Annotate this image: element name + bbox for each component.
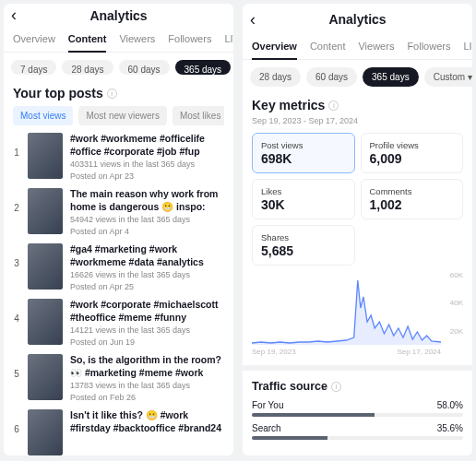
tab-viewers[interactable]: Viewers [119,28,155,52]
metrics-grid: Post views698K Profile views6,009 Likes3… [252,133,463,266]
chart-canvas [252,271,441,345]
metric-label: Post views [261,140,346,150]
tab-followers[interactable]: Followers [168,28,211,52]
thumbnail [28,354,63,400]
chip-28d[interactable]: 28 days [62,60,113,75]
metric-label: Likes [261,186,346,196]
filter-most-new-viewers[interactable]: Most new viewers [78,106,166,125]
post-title: The main reason why work from home is da… [70,188,224,213]
tab-content[interactable]: Content [68,28,107,52]
tab-live[interactable]: LIVE [224,28,233,52]
list-item[interactable]: 2The main reason why work from home is d… [13,188,224,236]
metric-comments[interactable]: Comments1,002 [361,179,464,219]
chip-60d[interactable]: 60 days [306,67,357,87]
metric-post-views[interactable]: Post views698K [252,133,355,173]
post-stat: 14121 views in the last 365 days [70,325,224,335]
bar [252,436,463,440]
ytick: 60K [450,271,463,279]
rank: 2 [13,188,20,213]
tab-content[interactable]: Content [310,35,346,59]
post-title: So, is the algorithm in the room? 👀 #mar… [70,354,224,379]
list-item[interactable]: 1#work #workmeme #officelife #office #co… [13,133,224,181]
header: ‹ Analytics [243,4,472,35]
tabs: Overview Content Viewers Followers LIVE [4,28,233,53]
list-item[interactable]: 3#ga4 #marketing #work #workmeme #data #… [13,243,224,291]
sparkline-icon [252,271,441,345]
post-stat: 54942 views in the last 365 days [70,215,224,224]
post-body: #ga4 #marketing #work #workmeme #data #a… [70,243,224,291]
info-icon[interactable]: i [107,89,117,99]
traffic-value: 35.6% [437,423,463,433]
bar [252,413,463,417]
post-body: So, is the algorithm in the room? 👀 #mar… [70,354,224,402]
traffic-heading: Traffic sourcei [252,380,463,393]
tab-live[interactable]: LIVE [463,35,472,59]
thumbnail [28,243,63,290]
top-posts-section: Your top postsi Most views Most new view… [4,84,233,455]
list-item[interactable]: 5So, is the algorithm in the room? 👀 #ma… [13,354,224,402]
chip-28d[interactable]: 28 days [250,67,301,87]
filter-most-likes[interactable]: Most likes [173,106,224,125]
back-icon[interactable]: ‹ [250,10,256,30]
top-posts-heading: Your top postsi [13,86,224,100]
traffic-row-foryou: For You58.0% [252,400,463,417]
post-stat: 13783 views in the last 365 days [70,381,224,390]
post-body: The main reason why work from home is da… [70,188,224,236]
metric-value: 698K [261,151,346,166]
chips-row: 28 days 60 days 365 days Custom ▾ [243,60,472,96]
info-icon[interactable]: i [331,382,341,392]
metric-value: 1,002 [370,197,455,212]
post-date: Posted on Apr 25 [70,282,224,291]
chip-365d[interactable]: 365 days [363,67,419,87]
page-title: Analytics [328,12,386,27]
tab-overview[interactable]: Overview [13,28,55,52]
page-title: Analytics [89,8,147,23]
chip-365d[interactable]: 365 days [175,60,232,75]
chart: 60K 40K 20K Sep 19, 2023 Sep 17, 2024 [252,271,463,356]
info-icon[interactable]: i [328,100,339,111]
filters-row: Most views Most new viewers Most likes [13,106,224,125]
traffic-label: Search [252,423,281,433]
post-body: #work #workmeme #officelife #office #cor… [70,133,224,181]
axis-end: Sep 17, 2024 [397,348,441,356]
list-item[interactable]: 6Isn't it like this? 😬 #work #firstday #… [13,409,224,455]
tab-followers[interactable]: Followers [407,35,450,59]
rank: 5 [13,354,20,379]
date-range: Sep 19, 2023 - Sep 17, 2024 [252,116,463,125]
filter-most-views[interactable]: Most views [13,106,73,125]
ytick: 20K [450,327,463,336]
metric-label: Shares [261,232,346,242]
list-item[interactable]: 4#work #corporate #michaelscott #theoffi… [13,299,224,347]
axis-start: Sep 19, 2023 [252,348,296,356]
post-stat: 16626 views in the last 365 days [70,270,224,279]
metric-profile-views[interactable]: Profile views6,009 [361,133,464,173]
traffic-row-search: Search35.6% [252,423,463,440]
posts-list: 1#work #workmeme #officelife #office #co… [13,133,224,455]
chip-60d[interactable]: 60 days [119,60,170,75]
traffic-value: 58.0% [437,400,463,410]
screen-overview: ‹ Analytics Overview Content Viewers Fol… [243,4,472,455]
post-body: #work #corporate #michaelscott #theoffic… [70,299,224,347]
metric-value: 5,685 [261,243,346,258]
post-title: #work #workmeme #officelife #office #cor… [70,133,224,158]
post-title: #work #corporate #michaelscott #theoffic… [70,299,224,324]
chip-custom[interactable]: Custom ▾ [424,67,472,87]
traffic-title: Traffic source [252,380,327,393]
metric-shares[interactable]: Shares5,685 [252,225,355,266]
post-title: #ga4 #marketing #work #workmeme #data #a… [70,243,224,268]
metric-value: 30K [261,197,346,212]
traffic-label: For You [252,400,283,410]
rank: 6 [13,409,20,434]
back-icon[interactable]: ‹ [11,6,17,25]
header: ‹ Analytics [4,4,233,28]
tab-overview[interactable]: Overview [252,35,297,59]
chip-7d[interactable]: 7 days [11,60,56,75]
bar-fill [252,413,375,417]
divider [243,365,472,371]
top-posts-title: Your top posts [13,86,103,100]
metric-likes[interactable]: Likes30K [252,179,355,219]
tab-viewers[interactable]: Viewers [358,35,394,59]
rank: 4 [13,299,20,324]
post-title: Isn't it like this? 😬 #work #firstday #b… [70,409,224,434]
post-body: Isn't it like this? 😬 #work #firstday #b… [70,409,224,434]
